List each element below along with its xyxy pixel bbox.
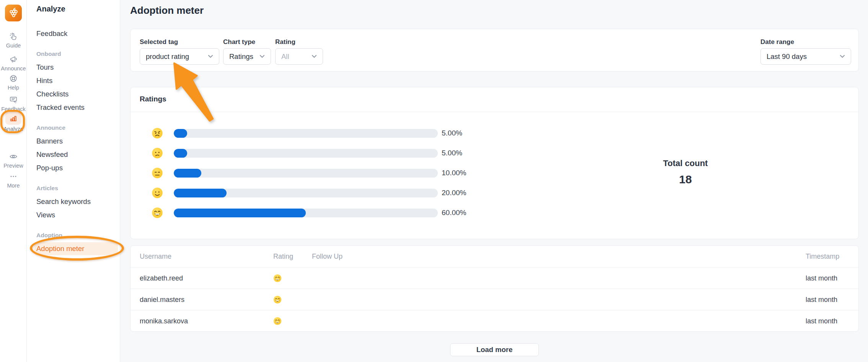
sidebar-group-adoption: AdoptionAdoption meter [36,228,120,255]
sidebar-group: Feedback [36,27,120,40]
rail-item-label: Announce [1,65,26,72]
angry-emoji-icon [152,127,163,139]
date-range-value: Last 90 days [767,52,807,61]
chart-type-value: Ratings [229,52,253,61]
bar-fill [174,149,187,158]
column-header-username: Username [140,253,171,261]
guide-hand-icon [9,32,18,41]
bar-track [174,169,438,178]
expressionless-emoji-icon [152,167,163,179]
rail-item-preview[interactable]: Preview [0,152,27,169]
rail-item-more[interactable]: More [0,172,27,189]
bar-track [174,189,438,197]
table-row[interactable]: daniel.masterslast month [131,289,858,310]
rail-item-analyze[interactable]: Analyze [0,112,27,132]
sidebar-item-feedback[interactable]: Feedback [36,27,120,40]
bar-value-label: 5.00% [442,129,462,137]
sidebar-item-newsfeed[interactable]: Newsfeed [36,148,120,161]
bar-value-label: 60.00% [442,209,466,217]
bar-track [174,129,438,138]
column-header-rating: Rating [273,253,293,261]
chart-type-select[interactable]: Ratings [223,48,271,65]
ellipsis-icon [9,172,18,181]
column-header-timestamp: Timestamp [806,253,839,261]
total-count-block: Total count 18 [624,158,747,186]
rail-item-feedback[interactable]: ?Feedback [0,96,27,112]
column-header-follow-up: Follow Up [312,253,343,261]
timestamp-cell: last month [806,317,837,325]
sidebar-section-header: Onboard [36,47,120,60]
app-logo[interactable] [5,5,22,21]
sidebar-item-pop-ups[interactable]: Pop-ups [36,161,120,174]
bar-fill [174,209,306,217]
grinning-emoji-icon [152,207,163,219]
sidebar: Analyze FeedbackOnboardToursHintsCheckli… [27,0,120,362]
bar-fill [174,129,187,138]
date-range-select[interactable]: Last 90 days [760,48,851,65]
rail-item-label: Help [8,85,19,91]
chevron-down-icon [259,55,265,58]
main-content: Adoption meter Selected tag Chart type R… [120,0,868,362]
rail-item-label: Analyze [3,126,23,132]
rating-label: Rating [275,38,295,46]
username-cell: elizabeth.reed [140,274,183,282]
table-row[interactable]: elizabeth.reedlast month [131,267,858,289]
username-cell: monika.sarkova [140,317,188,325]
table-body: elizabeth.reedlast monthdaniel.mastersla… [131,267,858,331]
sidebar-groups: FeedbackOnboardToursHintsChecklistsTrack… [36,27,120,255]
confused-emoji-icon [152,147,163,159]
sidebar-item-tracked-events[interactable]: Tracked events [36,101,120,114]
sidebar-group-announce: AnnounceBannersNewsfeedPop-ups [36,121,120,174]
table-row[interactable]: monika.sarkovalast month [131,310,858,331]
sidebar-item-hints[interactable]: Hints [36,74,120,87]
rail-item-help[interactable]: Help [0,74,27,91]
bar-fill [174,189,227,197]
rating-bar-row-confused: 5.00% [131,147,858,159]
load-more-button[interactable]: Load more [450,343,539,356]
sidebar-section-header: Announce [36,121,120,134]
sidebar-item-banners[interactable]: Banners [36,134,120,148]
bar-track [174,209,438,217]
timestamp-cell: last month [806,274,837,282]
selected-tag-value: product rating [146,52,189,61]
bar-value-label: 5.00% [442,149,462,157]
ratings-card: Ratings 5.00%5.00%10.00%20.00%60.00% Tot… [130,87,859,239]
grapes-logo-icon [8,7,19,20]
grinning-emoji-icon [273,317,282,325]
sidebar-item-checklists[interactable]: Checklists [36,87,120,101]
chevron-down-icon [208,55,213,58]
bar-value-label: 20.00% [442,189,466,197]
results-table: UsernameRatingFollow UpTimestamp elizabe… [130,245,859,332]
divider [131,112,858,112]
sidebar-item-tours[interactable]: Tours [36,60,120,74]
bar-fill [174,169,201,178]
page-title: Adoption meter [130,5,204,16]
bar-chart-icon [9,114,18,122]
rating-select[interactable]: All [275,48,323,65]
rail-item-guide[interactable]: Guide [0,32,27,49]
sidebar-section-header: Articles [36,181,120,195]
megaphone-icon [9,55,18,64]
sidebar-item-search-keywords[interactable]: Search keywords [36,195,120,208]
active-icon-background [5,112,21,125]
rating-value: All [281,52,289,61]
selected-tag-label: Selected tag [140,38,178,46]
svg-text:?: ? [15,101,16,104]
speech-bubble-question-icon: ? [9,96,18,104]
life-buoy-icon [9,74,18,83]
eye-icon [9,152,18,161]
selected-tag-select[interactable]: product rating [140,48,219,65]
timestamp-cell: last month [806,295,837,303]
rail-item-announce[interactable]: Announce [0,55,27,72]
filters-card: Selected tag Chart type Rating Date rang… [130,29,859,72]
ratings-card-title: Ratings [140,95,166,103]
chevron-down-icon [312,55,317,58]
table-header-row: UsernameRatingFollow UpTimestamp [131,246,858,267]
chevron-down-icon [840,55,845,58]
sidebar-item-adoption-meter[interactable]: Adoption meter [34,242,118,255]
total-count-value: 18 [624,173,747,186]
username-cell: daniel.masters [140,295,184,303]
sidebar-section-header: Adoption [36,228,120,242]
total-count-label: Total count [624,158,747,168]
sidebar-item-views[interactable]: Views [36,208,120,222]
